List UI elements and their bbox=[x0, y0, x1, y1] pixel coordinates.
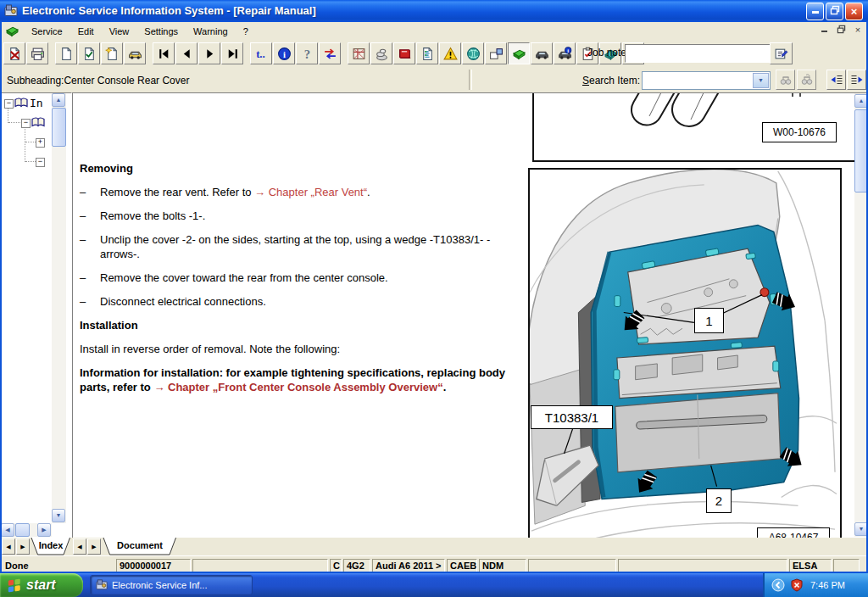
mdi-minimize-button[interactable] bbox=[817, 24, 831, 36]
first-record-icon bbox=[157, 47, 171, 61]
elsa-brick-button[interactable] bbox=[508, 42, 530, 64]
parts-stack-button[interactable] bbox=[370, 42, 392, 64]
tree-hscrollbar-thumb[interactable] bbox=[15, 523, 30, 537]
tree-scroll-down-button[interactable]: ▼ bbox=[52, 509, 65, 522]
close-button[interactable]: × bbox=[845, 3, 863, 20]
document-list-button[interactable] bbox=[416, 42, 438, 64]
transfer-arrows-button[interactable] bbox=[319, 42, 341, 64]
taskbar: start Electronic Service Inf... 7:46 PM bbox=[0, 573, 868, 597]
tree-scroll-up-button[interactable]: ▲ bbox=[52, 93, 65, 107]
menu-item-edit[interactable]: Edit bbox=[70, 24, 102, 39]
previous-item-button[interactable] bbox=[826, 70, 846, 90]
hide-icons-chevron-icon[interactable] bbox=[771, 578, 785, 592]
document-tab-scroll-right-button[interactable]: ▶ bbox=[87, 538, 101, 555]
doc-block: –Unclip the cover -2- on the sides, star… bbox=[80, 232, 527, 261]
tab-strip: ◀ ▶ Index ◀ ▶ Document bbox=[0, 538, 868, 555]
doc-text-segment: Install in reverse order of removal. Not… bbox=[80, 343, 340, 355]
print-button[interactable] bbox=[26, 42, 48, 64]
index-tab-scroll-right-button[interactable]: ▶ bbox=[16, 538, 30, 555]
manual-book-button[interactable] bbox=[393, 42, 415, 64]
vehicle-icon bbox=[128, 47, 142, 61]
tree-expander-child[interactable] bbox=[21, 119, 31, 128]
vehicle-dark-button[interactable] bbox=[531, 42, 553, 64]
document-tab-scroll-left-button[interactable]: ◀ bbox=[73, 538, 86, 555]
document-vertical-scrollbar[interactable]: ▲ ▼ bbox=[854, 93, 868, 537]
mdi-close-button[interactable]: × bbox=[851, 24, 865, 36]
tree-scrollbar-thumb[interactable] bbox=[52, 108, 66, 147]
tree-expander-grandchild-2[interactable] bbox=[36, 158, 45, 167]
previous-record-button[interactable] bbox=[175, 42, 198, 64]
chapter-link[interactable]: → Chapter „Rear Vent“ bbox=[254, 186, 367, 198]
start-button[interactable]: start bbox=[0, 573, 83, 597]
search-item-combobox[interactable]: ▼ bbox=[642, 71, 771, 90]
tab-document[interactable]: Document bbox=[103, 538, 177, 555]
tree-connector bbox=[25, 161, 36, 163]
package-button[interactable] bbox=[348, 42, 370, 64]
doc-text-run: Remove the bolts -1-. bbox=[100, 209, 524, 223]
status-panel: C bbox=[330, 559, 342, 572]
tab-document-label: Document bbox=[103, 540, 177, 550]
next-item-button[interactable] bbox=[847, 70, 866, 90]
minimize-button[interactable] bbox=[806, 3, 824, 20]
tree-scroll-left-button[interactable]: ◀ bbox=[1, 523, 14, 537]
menu-item-help[interactable]: ? bbox=[236, 24, 256, 39]
main-area: In ▲ ▼ ◀ ▶ bbox=[0, 92, 868, 538]
status-panel: ELSA bbox=[789, 559, 832, 572]
new-document-button[interactable] bbox=[55, 42, 77, 64]
last-record-button[interactable] bbox=[221, 42, 243, 64]
menu-item-view[interactable]: View bbox=[102, 24, 137, 39]
tree-vertical-scrollbar[interactable]: ▲ ▼ bbox=[52, 93, 66, 523]
vehicle-info-button[interactable]: i bbox=[554, 42, 576, 64]
search-item-input[interactable] bbox=[643, 73, 754, 88]
tree-root-label[interactable]: In bbox=[30, 97, 43, 109]
security-alert-shield-icon[interactable] bbox=[790, 578, 804, 592]
job-note-edit-button[interactable] bbox=[770, 42, 793, 64]
doc-block: –Remove the cover toward the rear from t… bbox=[80, 271, 527, 285]
document-panel: Removing–Remove the rear vent. Refer to … bbox=[72, 92, 868, 539]
restore-icon bbox=[830, 5, 840, 15]
document-scroll-up-button[interactable]: ▲ bbox=[854, 94, 868, 108]
index-tab-scroll-left-button[interactable]: ◀ bbox=[2, 538, 15, 555]
warning-triangle-button[interactable] bbox=[439, 42, 461, 64]
next-record-button[interactable] bbox=[198, 42, 220, 64]
tree-expander-root[interactable] bbox=[4, 99, 14, 109]
status-panel: Audi A6 2011 > bbox=[372, 559, 445, 572]
taskbar-item-elsa[interactable]: Electronic Service Inf... bbox=[90, 575, 253, 595]
component-box-button[interactable] bbox=[485, 42, 507, 64]
status-panel: NDM bbox=[479, 559, 526, 572]
first-record-button[interactable] bbox=[153, 42, 175, 64]
mdi-restore-icon bbox=[837, 25, 846, 34]
menu-item-service[interactable]: Service bbox=[24, 24, 70, 39]
new-note-button[interactable] bbox=[101, 42, 123, 64]
search-next-button[interactable] bbox=[797, 70, 816, 90]
combo-dropdown-arrow-icon[interactable]: ▼ bbox=[753, 73, 769, 88]
exit-document-button[interactable] bbox=[3, 42, 25, 64]
text-size-button[interactable]: t.. bbox=[250, 42, 272, 64]
document-scrollbar-thumb[interactable] bbox=[854, 109, 868, 192]
svg-text:t..: t.. bbox=[256, 47, 265, 59]
restore-button[interactable] bbox=[826, 3, 843, 20]
help-icon: ? bbox=[300, 47, 314, 61]
bullet-dash: – bbox=[80, 232, 100, 261]
mdi-close-icon: × bbox=[855, 25, 860, 35]
help-button[interactable]: ? bbox=[296, 42, 318, 64]
search-previous-button[interactable] bbox=[776, 70, 795, 90]
globe-button[interactable] bbox=[462, 42, 484, 64]
edit-document-button[interactable] bbox=[78, 42, 100, 64]
open-book-icon bbox=[31, 117, 45, 128]
chapter-link[interactable]: → Chapter „Front Center Console Assembly… bbox=[153, 381, 442, 393]
vehicle-button[interactable] bbox=[124, 42, 146, 64]
status-panel bbox=[528, 559, 616, 572]
tree-scroll-right-button[interactable]: ▶ bbox=[37, 523, 51, 537]
mdi-restore-button[interactable] bbox=[834, 24, 848, 36]
menu-item-warning[interactable]: Warning bbox=[186, 24, 236, 39]
document-scroll-down-button[interactable]: ▼ bbox=[854, 522, 868, 536]
doc-text-run: Install in reverse order of removal. Not… bbox=[80, 343, 340, 355]
tab-index[interactable]: Index bbox=[31, 538, 71, 555]
tab-index-label: Index bbox=[31, 540, 71, 550]
info-button[interactable]: i bbox=[273, 42, 295, 64]
menu-item-settings[interactable]: Settings bbox=[136, 24, 186, 39]
job-note-input[interactable] bbox=[625, 44, 771, 63]
tree-expander-grandchild-1[interactable] bbox=[36, 138, 45, 148]
tree-horizontal-scrollbar[interactable]: ◀ ▶ bbox=[1, 523, 52, 537]
